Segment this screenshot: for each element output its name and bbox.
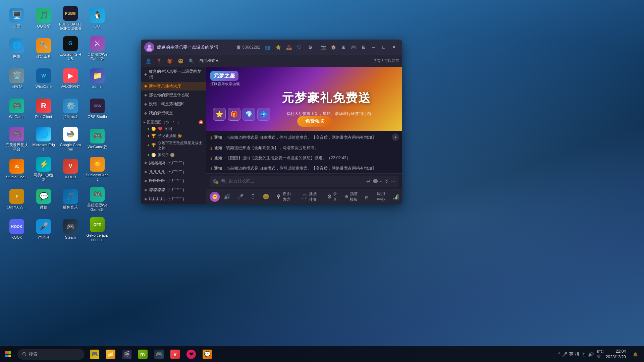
icon-controlpanel[interactable]: ⚙️ 控制面板 <box>57 94 84 124</box>
user-tutu[interactable]: 🟡 ❤️ 图图 <box>141 125 206 132</box>
minimize-btn[interactable]: ─ <box>369 43 378 52</box>
icon-kugou[interactable]: 🎵 酷狗音乐 <box>57 184 84 215</box>
icon-network[interactable]: 🌐 网络 <box>3 34 30 64</box>
icon-steam[interactable]: 🎮 Steam <box>57 215 84 245</box>
emoji-icon[interactable]: 😊 <box>176 56 185 66</box>
settings-icon[interactable]: ⚙ <box>306 43 315 52</box>
icon-pubg[interactable]: PUBG PUBG BATTLEGROUNDS <box>57 3 84 34</box>
terminal-btn[interactable]: ⊞ <box>359 43 368 52</box>
tray-ime-icon[interactable]: 拼 <box>575 351 580 357</box>
speaker-toggle[interactable]: 🔊 <box>221 192 233 201</box>
icon-wechat[interactable]: 💬 微信 <box>30 184 57 215</box>
channel-main[interactable]: ◆ 疲惫的生活总要一点温柔的梦想 <box>141 67 206 82</box>
search-icon[interactable]: 🔍 <box>186 56 196 66</box>
icon-wise[interactable]: W WiseCare <box>30 64 57 94</box>
qq-banner[interactable]: 元梦之星 江豚音乐欢享游戏 元梦豪礼免费送 福利大厅惊喜上新，星钻、豪华通行证签… <box>206 67 402 131</box>
channel-xuan[interactable]: ◆ 轩轩轩轩（づ￣³￣） <box>141 176 206 185</box>
taskbar-app-heartapp[interactable]: ❤ <box>184 347 199 362</box>
channel-zai[interactable]: ◆ 再再再再（づ￣³￣）（1） <box>141 203 206 204</box>
location-icon[interactable]: 📍 <box>154 56 164 66</box>
taskbar-search[interactable]: 搜索 <box>17 349 85 360</box>
input-dropdown-icon[interactable]: ▾ <box>380 180 382 183</box>
icon-wegame-lol[interactable]: 🎮 WeGame版 <box>84 124 111 154</box>
taskbar-app-chat[interactable]: 💬 <box>200 347 215 362</box>
icon-qq[interactable]: 🐧 QQ <box>84 3 111 34</box>
icon-logitech[interactable]: G Logitech G HUB <box>57 34 84 64</box>
channel-map[interactable]: ◆ 没错，就是落地图K <box>141 100 206 109</box>
frequency-template-btn[interactable]: ⚙ 频道模板 <box>342 190 362 204</box>
audio-settings[interactable]: 🎚 <box>248 192 259 201</box>
taskbar-app-game1[interactable]: 🎮 <box>87 347 102 362</box>
add-notification-btn[interactable]: + <box>392 133 399 141</box>
input-reply-icon[interactable]: ↩ <box>366 179 370 184</box>
icon-recycle[interactable]: 🗑️ 回收站 <box>3 64 30 94</box>
bgm-btn[interactable]: 🎵 播放伴奏 <box>298 190 323 204</box>
input-emoji-picker[interactable]: 🎭 <box>212 178 219 185</box>
user-luoyu[interactable]: 🌕 罗羽子 🌕 <box>141 152 206 159</box>
mic-toggle[interactable]: 🎤 <box>234 192 247 201</box>
icon-geforce[interactable]: GFE GeForce Experience <box>84 215 111 245</box>
channel-my-dream[interactable]: ◆ 我的梦想就是 <box>141 109 206 118</box>
input-at-search[interactable]: 🔍 <box>221 179 227 184</box>
input-mic-icon[interactable]: 🎙 <box>384 178 389 184</box>
icon-obs[interactable]: OBS OBS Studio <box>84 94 111 124</box>
tray-lang-icon[interactable]: 英 <box>569 351 574 357</box>
icon-build[interactable]: 🔧 建筑工具 <box>30 34 57 64</box>
icon-yy[interactable]: 🎤 YY语音 <box>30 215 57 245</box>
icon-riot[interactable]: R Riot Client <box>30 94 57 124</box>
emoji-btn[interactable]: 😊 <box>260 192 272 201</box>
icon-msedge[interactable]: 🌐 Microsoft Edge <box>30 124 57 154</box>
user-zilong[interactable]: 🏆 子龙要抽烟 🌟 <box>141 132 206 139</box>
icon-wegame[interactable]: 🎮 WeGame <box>3 94 30 124</box>
icon-netease-uu[interactable]: ⚡ 网易UU加速器 <box>30 154 57 184</box>
screenshot-btn[interactable]: 📷 <box>319 43 328 52</box>
mode-selector[interactable]: 自由模式 ▾ <box>197 57 220 64</box>
channel-music-hall[interactable]: ◆ 新年音乐播待大厅 <box>141 82 206 91</box>
banner-cta-button[interactable]: 免费领取 <box>297 116 332 127</box>
tray-speaker-icon[interactable]: 🔊 <box>588 352 594 357</box>
gamepad-btn[interactable]: 🎮 <box>349 43 358 52</box>
channel-ji[interactable]: ◆ 叽叽叽叽（づ￣³￣） <box>141 194 206 203</box>
share-icon[interactable]: 📤 <box>284 43 293 52</box>
icon-lol[interactable]: ⚔ 英雄联盟WeGame版 <box>84 34 111 64</box>
icon-sunlogin[interactable]: ☀️ SunloginClient <box>84 154 111 184</box>
home-btn[interactable]: 🏠 <box>329 43 338 52</box>
icon-valorant[interactable]: ▶ VALORANT <box>57 64 84 94</box>
channel-du[interactable]: ◆ 嘟嘟嘟嘟（づ￣³￣） <box>141 185 206 194</box>
icon-vhub[interactable]: V V HUB <box>57 154 84 184</box>
icon-perfectworld[interactable]: 🎮 完美世界竞技平台 <box>3 124 30 154</box>
channel-fan[interactable]: ◆ 凡凡凡凡（づ￣³￣） <box>141 168 206 177</box>
grid-view-btn[interactable]: ⊞ <box>365 193 371 200</box>
close-btn[interactable]: ✕ <box>389 43 398 52</box>
icon-admin-folder[interactable]: 📁 admin <box>84 64 111 94</box>
icon-lol-wegame[interactable]: 🎮 英雄联盟WeGame版 <box>84 184 111 215</box>
gift-icon[interactable]: 🎁 <box>165 56 174 66</box>
icon-chrome[interactable]: Google Chrome <box>57 124 84 154</box>
taskbar-clock[interactable]: 22:04 2023/12/29 <box>606 349 626 360</box>
people-icon[interactable]: 👥 <box>263 43 272 52</box>
channel-dream[interactable]: ◆ 那么你的梦想是什么呢 <box>141 90 206 100</box>
star-icon[interactable]: ⭐ <box>274 43 282 52</box>
free-speech-btn[interactable]: 🎙 自由发言 <box>273 190 297 204</box>
icon-desktop[interactable]: 🖥️ 桌面 <box>3 3 30 34</box>
start-button[interactable] <box>0 346 16 362</box>
signal-bars[interactable] <box>393 194 398 199</box>
input-more-icon[interactable]: ⋯ <box>391 179 396 184</box>
shield-icon[interactable]: 🛡 <box>295 43 304 52</box>
maximize-btn[interactable]: □ <box>379 43 388 52</box>
taskbar-app-valorant[interactable]: V <box>168 347 182 362</box>
tray-chevron[interactable]: ^ <box>558 352 560 357</box>
app-center-btn[interactable]: 应用中心 <box>374 190 391 204</box>
grid-btn[interactable]: ⊞ <box>339 43 348 52</box>
icon-kook[interactable]: KOOK KOOK <box>3 215 30 245</box>
user-galaxy[interactable]: 🏆 永远宇宙无敌超级星龙战士之神（ <box>141 139 206 152</box>
taskbar-app-video[interactable]: 🎬 <box>119 347 134 362</box>
input-text[interactable]: 说点什么吧... <box>229 178 364 184</box>
icon-studio-one[interactable]: S1 Studio One 5 <box>3 154 30 184</box>
record-btn[interactable]: ⚙ 录音 <box>324 190 341 204</box>
taskbar-app-steam[interactable]: 🎮 <box>152 347 166 362</box>
taskbar-app-nvidia[interactable]: Nv <box>136 347 150 362</box>
input-comment-icon[interactable]: 💬 <box>372 179 378 184</box>
icon-qqmusic[interactable]: 🎵 QQ音乐 <box>30 3 57 34</box>
taskbar-app-filemanager[interactable]: 📁 <box>103 347 118 362</box>
